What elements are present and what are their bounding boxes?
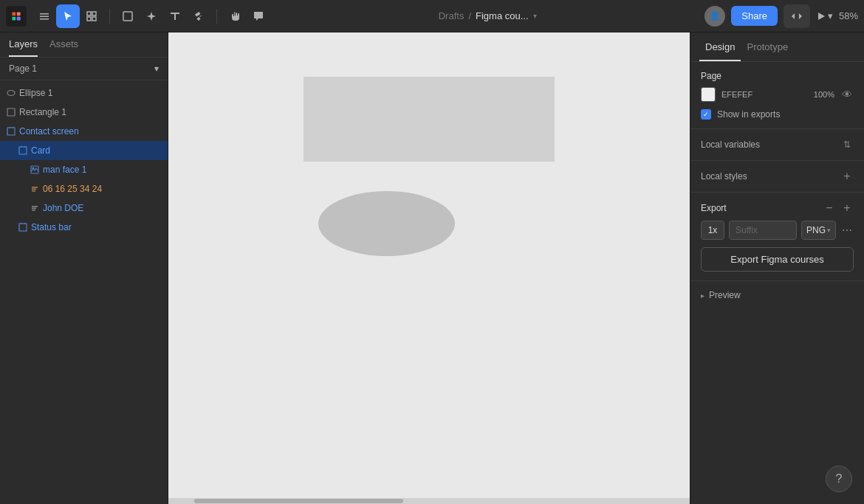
rectangle-icon [6,107,16,117]
local-variables-row[interactable]: Local variables ⇅ [701,138,854,151]
layer-label-john-doe: John DOE [43,203,162,213]
toolbar-right: 👤 Share 58% [704,4,858,28]
export-button[interactable]: Export Figma courses [701,247,854,272]
canvas[interactable] [168,32,690,504]
tab-layers[interactable]: Layers [9,38,38,57]
export-scale[interactable]: 1x [701,221,724,240]
svg-rect-2 [12,16,16,20]
svg-rect-17 [19,147,27,154]
play-chevron-icon [828,10,833,21]
page-color-row: EFEFEF 100% 👁 [701,87,854,102]
export-suffix[interactable]: Suffix [729,221,797,240]
play-button[interactable] [816,10,833,21]
export-header: Export − + [701,201,854,215]
export-section: Export − + 1x Suffix PNG ⋯ Export Figma … [690,193,864,281]
show-exports-checkbox[interactable] [701,109,711,120]
tab-assets[interactable]: Assets [49,38,78,57]
tab-design[interactable]: Design [699,32,741,61]
frame-icon-status [18,222,28,232]
layer-item-ellipse1[interactable]: Ellipse 1 [0,83,168,103]
svg-rect-9 [123,12,132,21]
svg-rect-7 [87,17,91,21]
export-title: Export [701,203,727,213]
layer-item-phone[interactable]: 06 16 25 34 24 [0,179,168,199]
figma-logo[interactable] [6,6,27,27]
share-button[interactable]: Share [731,6,778,26]
canvas-scrollbar[interactable] [168,498,690,504]
export-format-selector[interactable]: PNG [801,221,836,240]
page-section: Page EFEFEF 100% 👁 Show in exports [690,62,864,129]
svg-rect-12 [7,128,15,135]
layer-label-status-bar: Status bar [31,222,162,232]
export-more-icon[interactable]: ⋯ [840,224,854,237]
frame-tool[interactable] [80,4,103,28]
avatar[interactable]: 👤 [704,6,725,27]
menu-tool[interactable] [32,4,56,28]
export-row: 1x Suffix PNG ⋯ [701,221,854,240]
layer-item-john-doe[interactable]: John DOE [0,199,168,218]
page-section-header: Page [701,71,854,81]
component-tool[interactable] [187,4,210,28]
page-color-swatch[interactable] [701,87,716,102]
layer-item-contact-screen[interactable]: Contact screen [0,122,168,141]
show-exports-label: Show in exports [717,109,780,120]
export-controls: − + [823,201,854,215]
breadcrumb-chevron-icon[interactable] [533,12,537,20]
page-chevron-icon [154,63,159,74]
sort-icon[interactable]: ⇅ [840,138,854,151]
text-icon-phone [30,184,40,194]
svg-point-23 [32,168,34,169]
preview-section[interactable]: Preview [690,281,864,309]
breadcrumb-separator: / [468,10,471,21]
rectangle-tool[interactable] [116,4,140,28]
text-tool[interactable] [163,4,187,28]
layers-list: Ellipse 1 Rectangle 1 Contact screen [0,80,168,504]
layer-label-ellipse1: Ellipse 1 [19,88,162,98]
canvas-ellipse [318,191,455,256]
local-styles-row[interactable]: Local styles + [701,170,854,183]
svg-rect-5 [87,12,91,15]
hand-tool[interactable] [223,4,247,28]
local-variables-label: Local variables [701,139,760,150]
right-panel: Design Prototype Page EFEFEF 100% 👁 Show… [690,32,864,504]
svg-rect-8 [92,17,96,21]
tab-prototype[interactable]: Prototype [741,32,794,61]
left-panel: Layers Assets Page 1 Ellipse 1 Rectangle… [0,32,168,504]
local-styles-section: Local styles + [690,161,864,193]
export-format-chevron-icon [827,227,831,234]
frame-icon-contact [6,126,16,137]
export-suffix-placeholder: Suffix [736,225,758,235]
help-button[interactable]: ? [826,466,852,492]
tool-group-misc [223,4,270,28]
canvas-content [304,77,555,162]
layer-item-rectangle1[interactable]: Rectangle 1 [0,103,168,122]
add-local-style-icon[interactable]: + [840,170,854,183]
breadcrumb-prefix: Drafts [439,10,464,21]
layer-label-contact-screen: Contact screen [19,126,162,137]
breadcrumb-title: Figma cou... [476,10,529,21]
layer-item-card[interactable]: Card [0,141,168,160]
layer-label-rectangle1: Rectangle 1 [19,107,162,117]
page-selector[interactable]: Page 1 [0,58,168,80]
ellipse-icon [6,88,16,98]
toolbar-center: Drafts / Figma cou... [273,10,702,21]
export-minus-icon[interactable]: − [823,201,836,215]
layer-item-status-bar[interactable]: Status bar [0,218,168,237]
svg-rect-24 [19,224,27,231]
code-view-button[interactable] [784,4,810,28]
visibility-icon[interactable]: 👁 [840,88,854,101]
left-panel-tabs: Layers Assets [0,32,168,58]
pen-tool[interactable] [140,4,163,28]
show-in-exports-row: Show in exports [701,109,854,120]
comment-tool[interactable] [247,4,270,28]
page-section-title: Page [701,71,721,81]
preview-chevron-icon [701,291,704,300]
zoom-control[interactable]: 58% [839,10,858,21]
layer-item-man-face[interactable]: man face 1 [0,160,168,179]
toolbar-divider-2 [216,9,217,24]
page-name: Page 1 [9,63,37,74]
select-tool[interactable] [56,4,80,28]
main-area: Layers Assets Page 1 Ellipse 1 Rectangle… [0,32,864,504]
export-plus-icon[interactable]: + [840,201,854,215]
layer-label-card: Card [31,145,162,156]
